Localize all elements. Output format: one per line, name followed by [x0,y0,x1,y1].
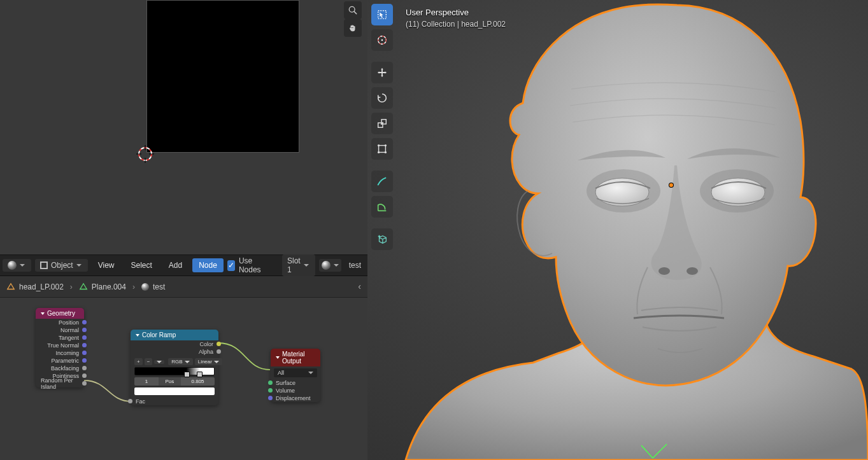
socket-backfacing[interactable]: Backfacing [36,365,84,372]
object-mode-icon [40,261,48,269]
ramp-menu-icon[interactable] [154,360,164,364]
socket-true-normal[interactable]: True Normal [36,342,84,349]
socket-out-icon[interactable] [217,349,221,354]
socket-color-out[interactable]: Color [131,340,218,348]
socket-out-icon[interactable] [82,381,87,386]
tool-transform[interactable] [371,138,393,160]
cursor-3d-icon [669,183,673,187]
ramp-color-swatch[interactable] [134,387,215,395]
socket-in-icon[interactable] [128,399,132,403]
node-color-ramp-title[interactable]: Color Ramp [131,330,218,340]
node-material-output-title[interactable]: Material Output [271,349,320,366]
tool-move[interactable] [371,62,393,83]
image-canvas[interactable] [146,0,299,153]
viewport-3d[interactable]: User Perspective (11) Collection | head_… [367,0,868,460]
collapse-tri-icon [41,312,45,315]
pan-tool-icon[interactable] [344,19,362,37]
socket-out-icon[interactable] [82,373,87,378]
socket-tangent[interactable]: Tangent [36,334,84,342]
tool-select-box[interactable] [371,4,393,25]
collapse-panel-icon[interactable]: ‹ [358,281,361,291]
socket-random-per-island[interactable]: Random Per Island [36,380,84,387]
menu-node[interactable]: Node [192,258,224,272]
chevron-down-icon [304,264,309,267]
head-model [367,0,868,460]
breadcrumb-sep-icon: › [70,282,73,291]
ramp-interp-type[interactable]: Linear [195,358,222,365]
tool-measure[interactable] [371,196,393,218]
svg-point-28 [378,151,380,153]
socket-surface-in[interactable]: Surface [271,379,320,387]
ramp-add-stop[interactable]: + [134,358,143,365]
object-mode-dropdown[interactable]: Object [35,259,88,272]
socket-out-icon[interactable] [82,358,87,363]
socket-displacement-in[interactable]: Displacement [271,394,320,402]
material-sphere-icon [8,261,17,270]
socket-position[interactable]: Position [36,319,84,326]
output-target-dropdown[interactable]: All [274,368,317,377]
svg-point-14 [658,267,670,275]
socket-out-icon[interactable] [82,343,87,347]
socket-out-icon[interactable] [82,320,87,324]
material-browser-button[interactable] [319,259,341,272]
ramp-pos-value[interactable]: 0.805 [181,377,215,386]
socket-out-icon[interactable] [82,335,87,340]
ramp-remove-stop[interactable]: − [145,358,153,365]
object-mode-label: Object [51,261,73,270]
ramp-stop-handle[interactable] [184,372,190,377]
menu-select[interactable]: Select [124,258,158,272]
node-geometry[interactable]: Geometry Position Normal Tangent True No… [36,308,84,387]
socket-out-icon[interactable] [82,351,87,355]
color-ramp-body: + − RGB Linear 1 Pos 0.805 [131,356,218,398]
svg-rect-25 [379,146,386,153]
breadcrumb-material[interactable]: test [141,282,165,291]
socket-in-icon[interactable] [268,388,273,393]
collapse-tri-icon [136,334,139,337]
tool-scale[interactable] [371,113,393,134]
svg-point-21 [381,39,383,41]
breadcrumb-mesh[interactable]: Plane.004 [79,282,126,291]
tool-annotate[interactable] [371,171,393,192]
shader-breadcrumb: head_LP.002 › Plane.004 › test ‹ [0,276,367,298]
breadcrumb-mesh-label: Plane.004 [92,282,126,291]
ramp-stop-handle[interactable] [197,372,203,377]
socket-volume-in[interactable]: Volume [271,387,320,394]
menu-add[interactable]: Add [162,258,189,272]
mesh-icon [6,282,15,291]
ramp-stop-index[interactable]: 1 [134,377,159,386]
svg-line-7 [354,11,357,14]
material-sphere-icon [322,261,331,270]
material-name-field[interactable]: test [345,259,365,272]
tool-rotate[interactable] [371,87,393,109]
socket-parametric[interactable]: Parametric [36,357,84,365]
socket-alpha-out[interactable]: Alpha [131,348,218,356]
material-slot-dropdown[interactable]: Slot 1 [282,254,315,276]
menu-view[interactable]: View [92,258,121,272]
node-material-output[interactable]: Material Output All Surface Volume Displ… [271,349,320,402]
node-graph[interactable]: Geometry Position Normal Tangent True No… [0,298,367,460]
svg-marker-9 [80,283,87,289]
node-color-ramp[interactable]: Color Ramp Color Alpha + − RGB Linear 1 [131,330,218,405]
shader-editor-header: Object View Select Add Node ✓ Use Nodes … [0,254,367,276]
socket-normal[interactable]: Normal [36,326,84,334]
zoom-tool-icon[interactable] [344,1,362,19]
uv-image-editor[interactable] [0,0,367,253]
socket-in-icon[interactable] [268,380,273,385]
tool-cursor[interactable] [371,29,393,51]
viewport-toolbar [371,4,393,250]
breadcrumb-sep-icon: › [132,282,135,291]
ramp-color-mode[interactable]: RGB [168,358,192,365]
chevron-down-icon [308,372,313,374]
socket-in-icon[interactable] [268,396,273,400]
node-geometry-title[interactable]: Geometry [36,308,84,319]
color-ramp-gradient[interactable] [134,367,215,375]
socket-out-icon[interactable] [217,342,221,346]
use-nodes-checkbox[interactable]: ✓ [227,260,235,271]
socket-fac-in[interactable]: Fac [131,398,218,405]
socket-out-icon[interactable] [82,366,87,370]
editor-type-dropdown[interactable] [3,259,31,272]
tool-add-cube[interactable] [371,228,393,250]
breadcrumb-object[interactable]: head_LP.002 [6,282,64,291]
socket-out-icon[interactable] [82,328,87,332]
socket-incoming[interactable]: Incoming [36,349,84,357]
